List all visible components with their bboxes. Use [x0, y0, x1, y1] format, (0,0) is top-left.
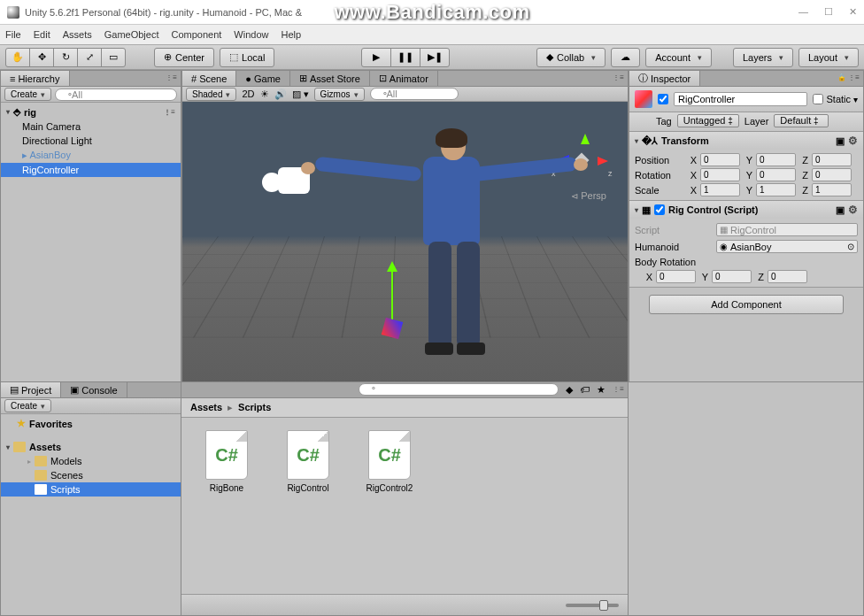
project-menu-icon[interactable]: ⋮≡ — [609, 382, 628, 397]
filter-label-icon[interactable]: 🏷 — [576, 382, 593, 397]
step-button[interactable]: ▶❚ — [420, 48, 450, 67]
folder-scripts[interactable]: ▸Scripts — [1, 482, 181, 497]
bodyrot-x[interactable] — [656, 270, 696, 283]
script-gear-icon[interactable]: ⚙ — [848, 204, 858, 216]
tab-hierarchy[interactable]: ≡ Hierarchy — [1, 71, 70, 86]
scene-menu-icon[interactable]: ⋮≡ — [609, 71, 628, 86]
rotation-x[interactable] — [700, 168, 740, 181]
tag-dropdown[interactable]: Untagged ‡ — [677, 114, 739, 127]
close-button[interactable]: ✕ — [849, 6, 857, 18]
pivot-toggle[interactable]: ⊕ Center — [154, 48, 214, 67]
cloud-button[interactable]: ☁ — [611, 48, 640, 67]
gameobject-icon[interactable] — [635, 90, 652, 108]
menu-assets[interactable]: Assets — [63, 29, 92, 40]
menu-window[interactable]: Window — [234, 29, 268, 40]
position-x[interactable] — [700, 153, 740, 166]
hierarchy-search[interactable]: ᵒAll — [55, 89, 177, 101]
script-enabled-checkbox[interactable] — [654, 204, 665, 215]
menu-gameobject[interactable]: GameObject — [104, 29, 159, 40]
favorites-section[interactable]: ★Favorites — [1, 416, 181, 431]
add-component-button[interactable]: Add Component — [649, 295, 844, 314]
scale-z[interactable] — [812, 183, 852, 196]
tab-animator[interactable]: ⊡ Animator — [370, 71, 438, 86]
hierarchy-scene-root[interactable]: ▾⬘ rig⋮≡ — [1, 104, 181, 119]
move-tool[interactable]: ✥ — [29, 48, 54, 67]
hierarchy-menu-icon[interactable]: ⋮≡ — [162, 71, 181, 86]
bodyrot-z[interactable] — [768, 270, 807, 283]
humanoid-field[interactable]: ◉ AsianBoy⊙ — [716, 240, 858, 253]
tab-scene[interactable]: # Scene — [182, 71, 236, 86]
scene-audio-icon[interactable]: 🔊 — [274, 89, 287, 100]
project-panel: ▤ Project ▣ Console Create ★Favorites ▾A… — [0, 382, 181, 616]
grid-size-slider[interactable] — [566, 604, 619, 607]
position-y[interactable] — [756, 153, 796, 166]
hierarchy-item-directional-light[interactable]: Directional Light — [1, 134, 181, 148]
scene-2d-toggle[interactable]: 2D — [242, 89, 254, 99]
tab-asset-store[interactable]: ⊞ Asset Store — [290, 71, 370, 86]
project-search[interactable]: ᵒ — [359, 383, 559, 396]
hand-tool[interactable]: ✋ — [5, 48, 30, 67]
script-help-icon[interactable]: ▣ — [836, 204, 845, 216]
rotation-y[interactable] — [756, 168, 796, 181]
maximize-button[interactable]: ☐ — [824, 6, 833, 18]
bc-assets[interactable]: Assets — [190, 402, 222, 413]
play-button[interactable]: ▶ — [361, 48, 391, 67]
folder-scenes[interactable]: ▸Scenes — [1, 468, 181, 482]
menu-file[interactable]: File — [5, 29, 21, 40]
scene-viewport[interactable]: x z ⊲ Persp — [182, 102, 628, 381]
account-dropdown[interactable]: Account — [645, 48, 712, 67]
hierarchy-item-main-camera[interactable]: Main Camera — [1, 119, 181, 134]
static-checkbox[interactable] — [813, 94, 823, 104]
scene-search[interactable]: ᵒAll — [370, 88, 459, 100]
inspector-lock-icon[interactable]: 🔒 ⋮≡ — [834, 71, 863, 86]
scale-tool[interactable]: ⤢ — [77, 48, 102, 67]
layers-dropdown[interactable]: Layers — [733, 48, 793, 67]
scale-y[interactable] — [756, 183, 796, 196]
position-z[interactable] — [812, 153, 852, 166]
asset-rigcontrol2[interactable]: C#RigControl2 — [362, 430, 417, 493]
scene-light-icon[interactable]: ☀ — [260, 89, 269, 100]
pause-button[interactable]: ❚❚ — [390, 48, 420, 67]
script-field[interactable]: ▦ RigControl — [716, 223, 858, 236]
tab-project[interactable]: ▤ Project — [1, 382, 61, 397]
tab-inspector[interactable]: ⓘ Inspector — [629, 71, 700, 86]
menu-help[interactable]: Help — [281, 29, 301, 40]
hierarchy-item-rigcontroller[interactable]: RigController — [1, 163, 181, 177]
asset-rigcontrol[interactable]: C#RigControl — [281, 430, 336, 493]
gameobject-name-field[interactable] — [674, 92, 807, 106]
bodyrot-y[interactable] — [712, 270, 752, 283]
save-search-icon[interactable]: ★ — [593, 382, 609, 397]
menu-edit[interactable]: Edit — [34, 29, 50, 40]
project-create[interactable]: Create — [4, 399, 51, 412]
filter-type-icon[interactable]: ◆ — [562, 382, 576, 397]
tab-console[interactable]: ▣ Console — [61, 382, 127, 397]
hierarchy-item-asianboy[interactable]: ▸ AsianBoy — [1, 148, 181, 163]
hierarchy-create[interactable]: Create — [4, 88, 51, 101]
space-toggle[interactable]: ⬚ Local — [220, 48, 274, 67]
layer-dropdown[interactable]: Default ‡ — [774, 114, 829, 127]
rotate-tool[interactable]: ↻ — [53, 48, 78, 67]
menu-bar: File Edit Assets GameObject Component Wi… — [0, 25, 864, 45]
assets-breadcrumb: Assets ▸ Scripts — [181, 398, 628, 418]
rect-tool[interactable]: ▭ — [101, 48, 126, 67]
shading-dropdown[interactable]: Shaded — [186, 88, 236, 101]
asset-rigbone[interactable]: C#RigBone — [199, 430, 254, 493]
folder-models[interactable]: ▸Models — [1, 454, 181, 468]
tab-game[interactable]: ● Game — [236, 71, 290, 86]
collab-dropdown[interactable]: ◆ Collab — [536, 48, 606, 67]
layout-dropdown[interactable]: Layout — [798, 48, 859, 67]
move-gizmo[interactable] — [391, 270, 393, 341]
menu-component[interactable]: Component — [171, 29, 221, 40]
main-toolbar: ✋ ✥ ↻ ⤢ ▭ ⊕ Center ⬚ Local ▶ ❚❚ ▶❚ ◆ Col… — [0, 45, 864, 70]
minimize-button[interactable]: — — [798, 6, 808, 18]
gizmos-dropdown[interactable]: Gizmos — [314, 88, 365, 101]
gameobject-enabled-checkbox[interactable] — [658, 94, 668, 104]
bc-scripts[interactable]: Scripts — [238, 402, 271, 413]
perspective-label[interactable]: ⊲ Persp — [571, 190, 606, 201]
scene-fx-icon[interactable]: ▨ ▾ — [292, 89, 309, 100]
scale-x[interactable] — [700, 183, 740, 196]
rotation-z[interactable] — [812, 168, 852, 181]
transform-help-icon[interactable]: ▣ — [836, 135, 845, 147]
assets-root[interactable]: ▾Assets — [1, 440, 181, 454]
transform-gear-icon[interactable]: ⚙ — [848, 135, 858, 147]
